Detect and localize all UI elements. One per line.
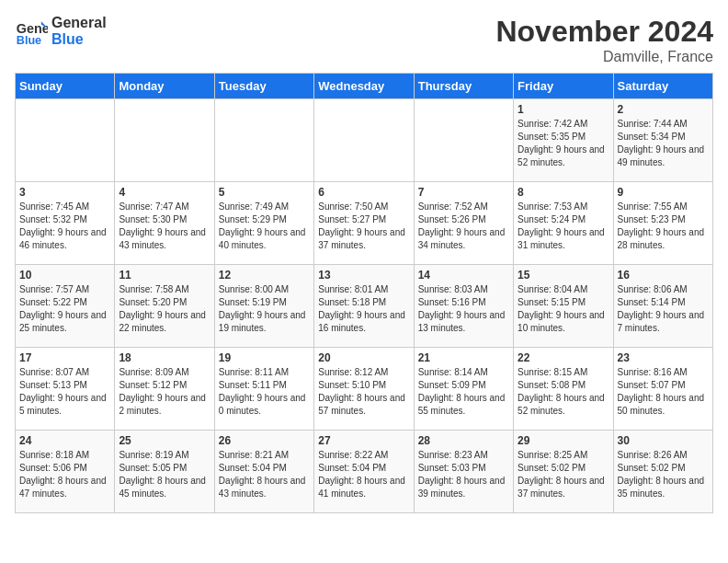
day-number: 10	[19, 269, 110, 282]
calendar-cell: 2Sunrise: 7:44 AM Sunset: 5:34 PM Daylig…	[613, 99, 712, 182]
day-number: 14	[418, 269, 509, 282]
day-info: Sunrise: 7:58 AM Sunset: 5:20 PM Dayligh…	[119, 283, 210, 335]
calendar-cell: 15Sunrise: 8:04 AM Sunset: 5:15 PM Dayli…	[514, 265, 613, 348]
day-number: 12	[219, 269, 310, 282]
day-number: 9	[618, 186, 709, 199]
header-tuesday: Tuesday	[214, 74, 313, 99]
day-info: Sunrise: 8:25 AM Sunset: 5:02 PM Dayligh…	[518, 449, 609, 500]
header-thursday: Thursday	[414, 74, 513, 99]
month-title: November 2024	[495, 15, 713, 49]
calendar-cell: 4Sunrise: 7:47 AM Sunset: 5:30 PM Daylig…	[115, 182, 214, 265]
calendar-cell: 25Sunrise: 8:19 AM Sunset: 5:05 PM Dayli…	[115, 431, 214, 513]
day-info: Sunrise: 8:11 AM Sunset: 5:11 PM Dayligh…	[219, 366, 310, 418]
day-number: 3	[19, 186, 110, 199]
calendar-cell: 24Sunrise: 8:18 AM Sunset: 5:06 PM Dayli…	[16, 431, 115, 513]
location: Damville, France	[495, 49, 713, 65]
calendar-cell: 17Sunrise: 8:07 AM Sunset: 5:13 PM Dayli…	[16, 348, 115, 431]
day-info: Sunrise: 8:19 AM Sunset: 5:05 PM Dayligh…	[119, 449, 210, 500]
day-info: Sunrise: 7:57 AM Sunset: 5:22 PM Dayligh…	[19, 283, 110, 335]
calendar-cell: 22Sunrise: 8:15 AM Sunset: 5:08 PM Dayli…	[514, 348, 613, 431]
day-number: 20	[318, 351, 409, 364]
day-info: Sunrise: 7:55 AM Sunset: 5:23 PM Dayligh…	[618, 201, 709, 252]
day-info: Sunrise: 7:50 AM Sunset: 5:27 PM Dayligh…	[318, 201, 409, 252]
day-number: 11	[119, 269, 210, 282]
calendar-cell: 14Sunrise: 8:03 AM Sunset: 5:16 PM Dayli…	[414, 265, 513, 348]
page-header: General Blue General Blue November 2024 …	[15, 15, 713, 65]
day-number: 17	[19, 351, 110, 364]
calendar-cell	[115, 99, 214, 182]
calendar-cell: 10Sunrise: 7:57 AM Sunset: 5:22 PM Dayli…	[16, 265, 115, 348]
day-info: Sunrise: 7:53 AM Sunset: 5:24 PM Dayligh…	[518, 201, 609, 252]
day-number: 24	[19, 434, 110, 447]
day-number: 25	[119, 434, 210, 447]
calendar-cell: 5Sunrise: 7:49 AM Sunset: 5:29 PM Daylig…	[214, 182, 313, 265]
day-number: 5	[219, 186, 310, 199]
calendar-cell: 20Sunrise: 8:12 AM Sunset: 5:10 PM Dayli…	[314, 348, 414, 431]
calendar-cell: 26Sunrise: 8:21 AM Sunset: 5:04 PM Dayli…	[214, 431, 313, 513]
calendar-cell	[16, 99, 115, 182]
calendar-cell	[414, 99, 513, 182]
day-info: Sunrise: 8:15 AM Sunset: 5:08 PM Dayligh…	[518, 366, 609, 418]
day-info: Sunrise: 8:14 AM Sunset: 5:09 PM Dayligh…	[418, 366, 509, 418]
calendar-cell: 19Sunrise: 8:11 AM Sunset: 5:11 PM Dayli…	[214, 348, 313, 431]
calendar-week-row: 24Sunrise: 8:18 AM Sunset: 5:06 PM Dayli…	[16, 431, 713, 513]
calendar-cell: 13Sunrise: 8:01 AM Sunset: 5:18 PM Dayli…	[314, 265, 414, 348]
day-number: 26	[219, 434, 310, 447]
day-info: Sunrise: 8:16 AM Sunset: 5:07 PM Dayligh…	[618, 366, 709, 418]
svg-text:General: General	[17, 21, 48, 36]
calendar-week-row: 17Sunrise: 8:07 AM Sunset: 5:13 PM Dayli…	[16, 348, 713, 431]
day-info: Sunrise: 8:07 AM Sunset: 5:13 PM Dayligh…	[19, 366, 110, 418]
logo-icon: General Blue	[15, 15, 48, 48]
logo-blue: Blue	[51, 31, 107, 48]
calendar-cell: 28Sunrise: 8:23 AM Sunset: 5:03 PM Dayli…	[414, 431, 513, 513]
day-info: Sunrise: 8:23 AM Sunset: 5:03 PM Dayligh…	[418, 449, 509, 500]
svg-text:Blue: Blue	[17, 34, 41, 47]
calendar-cell: 11Sunrise: 7:58 AM Sunset: 5:20 PM Dayli…	[115, 265, 214, 348]
calendar-cell: 3Sunrise: 7:45 AM Sunset: 5:32 PM Daylig…	[16, 182, 115, 265]
day-number: 2	[618, 103, 709, 116]
header-monday: Monday	[115, 74, 214, 99]
calendar-cell: 18Sunrise: 8:09 AM Sunset: 5:12 PM Dayli…	[115, 348, 214, 431]
day-info: Sunrise: 7:42 AM Sunset: 5:35 PM Dayligh…	[518, 118, 609, 169]
day-info: Sunrise: 7:45 AM Sunset: 5:32 PM Dayligh…	[19, 201, 110, 252]
day-number: 18	[119, 351, 210, 364]
calendar-cell	[214, 99, 313, 182]
day-number: 6	[318, 186, 409, 199]
calendar-cell: 16Sunrise: 8:06 AM Sunset: 5:14 PM Dayli…	[613, 265, 712, 348]
calendar-cell: 23Sunrise: 8:16 AM Sunset: 5:07 PM Dayli…	[613, 348, 712, 431]
day-number: 16	[618, 269, 709, 282]
calendar-cell: 6Sunrise: 7:50 AM Sunset: 5:27 PM Daylig…	[314, 182, 414, 265]
day-number: 30	[618, 434, 709, 447]
day-info: Sunrise: 7:49 AM Sunset: 5:29 PM Dayligh…	[219, 201, 310, 252]
day-info: Sunrise: 8:12 AM Sunset: 5:10 PM Dayligh…	[318, 366, 409, 418]
header-sunday: Sunday	[16, 74, 115, 99]
calendar-cell: 7Sunrise: 7:52 AM Sunset: 5:26 PM Daylig…	[414, 182, 513, 265]
day-number: 28	[418, 434, 509, 447]
calendar-cell: 30Sunrise: 8:26 AM Sunset: 5:02 PM Dayli…	[613, 431, 712, 513]
calendar-cell: 27Sunrise: 8:22 AM Sunset: 5:04 PM Dayli…	[314, 431, 414, 513]
day-number: 7	[418, 186, 509, 199]
calendar-header-row: SundayMondayTuesdayWednesdayThursdayFrid…	[16, 74, 713, 99]
day-number: 1	[518, 103, 609, 116]
day-info: Sunrise: 8:00 AM Sunset: 5:19 PM Dayligh…	[219, 283, 310, 335]
day-number: 15	[518, 269, 609, 282]
day-number: 13	[318, 269, 409, 282]
calendar-week-row: 10Sunrise: 7:57 AM Sunset: 5:22 PM Dayli…	[16, 265, 713, 348]
calendar-cell: 29Sunrise: 8:25 AM Sunset: 5:02 PM Dayli…	[514, 431, 613, 513]
day-number: 22	[518, 351, 609, 364]
day-number: 19	[219, 351, 310, 364]
calendar-week-row: 1Sunrise: 7:42 AM Sunset: 5:35 PM Daylig…	[16, 99, 713, 182]
day-info: Sunrise: 7:47 AM Sunset: 5:30 PM Dayligh…	[119, 201, 210, 252]
day-number: 29	[518, 434, 609, 447]
calendar-table: SundayMondayTuesdayWednesdayThursdayFrid…	[15, 73, 713, 513]
calendar-week-row: 3Sunrise: 7:45 AM Sunset: 5:32 PM Daylig…	[16, 182, 713, 265]
day-info: Sunrise: 8:26 AM Sunset: 5:02 PM Dayligh…	[618, 449, 709, 500]
day-info: Sunrise: 8:04 AM Sunset: 5:15 PM Dayligh…	[518, 283, 609, 335]
calendar-cell: 21Sunrise: 8:14 AM Sunset: 5:09 PM Dayli…	[414, 348, 513, 431]
day-number: 21	[418, 351, 509, 364]
day-number: 23	[618, 351, 709, 364]
logo: General Blue General Blue	[15, 15, 107, 48]
calendar-cell: 9Sunrise: 7:55 AM Sunset: 5:23 PM Daylig…	[613, 182, 712, 265]
calendar-cell: 12Sunrise: 8:00 AM Sunset: 5:19 PM Dayli…	[214, 265, 313, 348]
day-info: Sunrise: 8:22 AM Sunset: 5:04 PM Dayligh…	[318, 449, 409, 500]
